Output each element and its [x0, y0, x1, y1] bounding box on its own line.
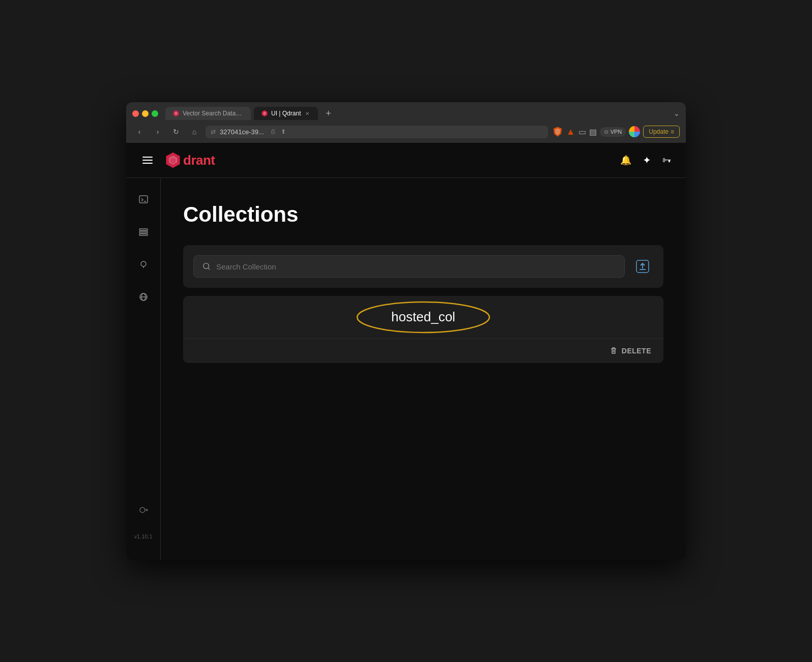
upload-icon: [635, 259, 650, 274]
search-input-wrap: [193, 255, 625, 278]
tab-inactive-label: Vector Search Database | Qdrant C: [183, 110, 244, 117]
window-icon[interactable]: ▭: [578, 127, 586, 137]
api-key-button[interactable]: 🗝: [662, 155, 672, 166]
address-bar: ‹ › ↻ ⌂ ⇄ 327041ce-39... ⎙ ⬆ ▲: [126, 121, 686, 143]
svg-rect-9: [139, 231, 148, 233]
forward-button[interactable]: ›: [151, 125, 165, 139]
hamburger-line: [142, 157, 153, 158]
collection-card: hosted_col DELETE: [183, 296, 663, 363]
refresh-button[interactable]: ↻: [169, 125, 183, 139]
vpn-circle-icon: ⊖: [604, 129, 608, 135]
hamburger-line: [142, 163, 153, 164]
back-button[interactable]: ‹: [132, 125, 147, 139]
bookmark-button[interactable]: ⌂: [187, 125, 201, 139]
menu-toggle-button[interactable]: [140, 155, 155, 166]
delete-collection-button[interactable]: DELETE: [610, 347, 651, 355]
cast-icon: ⎙: [271, 128, 275, 135]
browser-ext-icon[interactable]: [629, 126, 640, 137]
vpn-badge[interactable]: ⊖ VPN: [600, 127, 626, 137]
close-button[interactable]: [132, 110, 139, 117]
close-tab-button[interactable]: [304, 110, 311, 117]
sidebar-item-graph[interactable]: [134, 288, 153, 306]
url-text: 327041ce-39...: [220, 128, 264, 136]
traffic-lights: [132, 110, 158, 117]
minimize-button[interactable]: [142, 110, 149, 117]
content-area: v1.10.1 Collections: [126, 178, 686, 560]
main-content: Collections: [161, 178, 686, 560]
collection-name-row[interactable]: hosted_col: [183, 296, 663, 339]
search-icon: [202, 262, 211, 271]
sidebar: v1.10.1: [126, 178, 161, 560]
url-icon: ⇄: [211, 128, 216, 135]
svg-point-17: [204, 263, 209, 269]
tab-active-label: UI | Qdrant: [271, 110, 301, 117]
new-tab-button[interactable]: +: [321, 106, 335, 121]
vpn-label: VPN: [611, 129, 622, 135]
sidebar-item-insights[interactable]: [134, 255, 153, 274]
warning-icon[interactable]: ▲: [566, 127, 575, 137]
search-section: [183, 245, 663, 288]
browser-window: Vector Search Database | Qdrant C UI | Q…: [126, 102, 686, 560]
qdrant-tab-icon: [172, 110, 180, 117]
logo: drant: [164, 151, 215, 169]
collection-actions-row: DELETE: [183, 339, 663, 363]
update-button[interactable]: Update ≡: [643, 126, 680, 138]
page-title: Collections: [183, 202, 663, 227]
tab-active[interactable]: UI | Qdrant: [254, 107, 318, 120]
header-right: 🔔 ✦ 🗝: [620, 154, 672, 166]
url-bar[interactable]: ⇄ 327041ce-39... ⎙ ⬆: [206, 126, 548, 138]
svg-point-11: [141, 261, 146, 266]
tab-inactive[interactable]: Vector Search Database | Qdrant C: [165, 107, 251, 120]
sidebar-toggle-icon[interactable]: ▤: [589, 127, 597, 137]
sidebar-item-console[interactable]: [134, 190, 153, 208]
browser-chrome: Vector Search Database | Qdrant C UI | Q…: [126, 102, 686, 143]
brave-shield-icon[interactable]: [552, 126, 563, 137]
search-input[interactable]: [216, 262, 616, 271]
sidebar-item-collections[interactable]: [134, 223, 153, 241]
upload-collection-button[interactable]: [632, 256, 653, 277]
svg-rect-7: [139, 196, 148, 203]
version-label: v1.10.1: [134, 533, 152, 548]
svg-point-16: [140, 507, 145, 513]
tab-bar: Vector Search Database | Qdrant C UI | Q…: [126, 102, 686, 121]
svg-rect-10: [139, 234, 148, 235]
browser-actions: ▲ ▭ ▤ ⊖ VPN Update ≡: [552, 126, 680, 138]
qdrant-active-tab-icon: [261, 110, 268, 117]
maximize-button[interactable]: [152, 110, 158, 117]
svg-rect-8: [139, 229, 148, 230]
svg-line-18: [208, 268, 210, 269]
header-left: drant: [140, 151, 215, 169]
collection-name-text: hosted_col: [391, 309, 455, 325]
logo-text: drant: [183, 153, 215, 168]
qdrant-logo-icon: [164, 151, 182, 169]
app-container: drant 🔔 ✦ 🗝: [126, 143, 686, 560]
app-header: drant 🔔 ✦ 🗝: [126, 143, 686, 178]
tab-overflow-chevron[interactable]: ⌄: [674, 109, 680, 117]
menu-icon: ≡: [671, 128, 674, 135]
sidebar-item-api-key[interactable]: [134, 501, 153, 519]
share-icon: ⬆: [281, 128, 286, 135]
trash-icon: [610, 347, 618, 355]
hamburger-line: [142, 160, 153, 161]
notifications-button[interactable]: 🔔: [620, 155, 631, 166]
brightness-button[interactable]: ✦: [643, 154, 651, 166]
